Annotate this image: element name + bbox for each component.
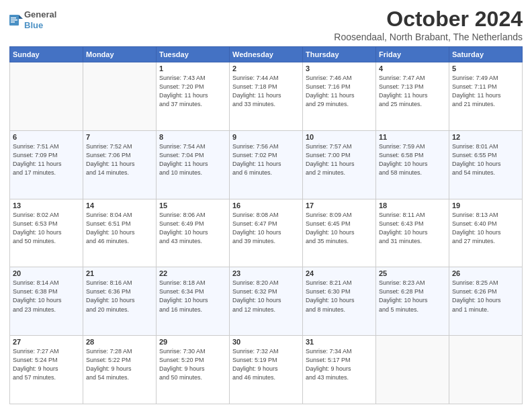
calendar-cell: 31Sunrise: 7:34 AM Sunset: 5:17 PM Dayli… — [303, 336, 376, 404]
day-number: 27 — [13, 338, 80, 346]
day-number: 13 — [13, 201, 80, 210]
calendar-header-row: SundayMondayTuesdayWednesdayThursdayFrid… — [10, 47, 523, 62]
svg-rect-4 — [11, 21, 15, 23]
week-row-3: 13Sunrise: 8:02 AM Sunset: 6:53 PM Dayli… — [10, 199, 523, 267]
calendar-cell: 20Sunrise: 8:14 AM Sunset: 6:38 PM Dayli… — [10, 267, 83, 336]
calendar-cell: 21Sunrise: 8:16 AM Sunset: 6:36 PM Dayli… — [83, 267, 157, 336]
page: General Blue October 2024 Roosendaal, No… — [0, 0, 532, 411]
day-header-saturday: Saturday — [449, 47, 523, 62]
day-number: 3 — [306, 64, 373, 73]
calendar-cell: 30Sunrise: 7:32 AM Sunset: 5:19 PM Dayli… — [230, 336, 303, 404]
day-info: Sunrise: 8:06 AM Sunset: 6:49 PM Dayligh… — [159, 211, 226, 246]
calendar-cell: 13Sunrise: 8:02 AM Sunset: 6:53 PM Dayli… — [10, 199, 83, 267]
calendar-cell: 11Sunrise: 7:59 AM Sunset: 6:58 PM Dayli… — [376, 130, 449, 199]
week-row-4: 20Sunrise: 8:14 AM Sunset: 6:38 PM Dayli… — [10, 267, 523, 336]
day-info: Sunrise: 7:46 AM Sunset: 7:16 PM Dayligh… — [306, 74, 373, 109]
logo-line2: Blue — [24, 20, 56, 31]
day-info: Sunrise: 7:49 AM Sunset: 7:11 PM Dayligh… — [452, 74, 519, 109]
calendar-cell: 16Sunrise: 8:08 AM Sunset: 6:47 PM Dayli… — [230, 199, 303, 267]
calendar-cell: 19Sunrise: 8:13 AM Sunset: 6:40 PM Dayli… — [449, 199, 523, 267]
day-header-sunday: Sunday — [10, 47, 83, 62]
day-number: 2 — [232, 64, 300, 73]
day-number: 5 — [452, 64, 519, 73]
calendar-cell: 28Sunrise: 7:28 AM Sunset: 5:22 PM Dayli… — [83, 336, 157, 404]
title-block: October 2024 Roosendaal, North Brabant, … — [334, 7, 523, 42]
day-number: 28 — [86, 338, 153, 346]
svg-rect-3 — [11, 19, 17, 21]
calendar-cell — [376, 336, 449, 404]
day-number: 21 — [86, 269, 153, 277]
day-info: Sunrise: 8:04 AM Sunset: 6:51 PM Dayligh… — [86, 211, 153, 246]
day-info: Sunrise: 7:27 AM Sunset: 5:24 PM Dayligh… — [13, 347, 80, 382]
day-number: 30 — [232, 338, 300, 346]
week-row-1: 1Sunrise: 7:43 AM Sunset: 7:20 PM Daylig… — [10, 62, 523, 131]
day-number: 15 — [159, 201, 226, 210]
day-info: Sunrise: 8:14 AM Sunset: 6:38 PM Dayligh… — [13, 279, 80, 314]
day-info: Sunrise: 7:32 AM Sunset: 5:19 PM Dayligh… — [232, 347, 300, 382]
day-info: Sunrise: 7:57 AM Sunset: 7:00 PM Dayligh… — [306, 142, 373, 177]
day-number: 22 — [159, 269, 226, 277]
day-header-wednesday: Wednesday — [230, 47, 303, 62]
calendar-cell — [449, 336, 523, 404]
day-header-monday: Monday — [83, 47, 157, 62]
day-number: 17 — [306, 201, 373, 210]
day-info: Sunrise: 7:47 AM Sunset: 7:13 PM Dayligh… — [379, 74, 446, 109]
day-number: 11 — [379, 133, 446, 141]
day-info: Sunrise: 7:51 AM Sunset: 7:09 PM Dayligh… — [13, 142, 80, 177]
logo-icon — [9, 12, 23, 28]
day-number: 9 — [232, 133, 300, 141]
day-number: 29 — [159, 338, 226, 346]
day-number: 25 — [379, 269, 446, 277]
day-info: Sunrise: 8:25 AM Sunset: 6:26 PM Dayligh… — [452, 279, 519, 314]
logo-line1: General — [24, 9, 56, 20]
day-info: Sunrise: 7:28 AM Sunset: 5:22 PM Dayligh… — [86, 347, 153, 382]
day-number: 24 — [306, 269, 373, 277]
calendar-cell: 1Sunrise: 7:43 AM Sunset: 7:20 PM Daylig… — [157, 62, 230, 131]
calendar-cell: 26Sunrise: 8:25 AM Sunset: 6:26 PM Dayli… — [449, 267, 523, 336]
calendar-cell: 4Sunrise: 7:47 AM Sunset: 7:13 PM Daylig… — [376, 62, 449, 131]
calendar-cell: 25Sunrise: 8:23 AM Sunset: 6:28 PM Dayli… — [376, 267, 449, 336]
day-number: 18 — [379, 201, 446, 210]
calendar-cell: 10Sunrise: 7:57 AM Sunset: 7:00 PM Dayli… — [303, 130, 376, 199]
calendar-cell: 5Sunrise: 7:49 AM Sunset: 7:11 PM Daylig… — [449, 62, 523, 131]
day-number: 6 — [13, 133, 80, 141]
day-info: Sunrise: 8:11 AM Sunset: 6:43 PM Dayligh… — [379, 211, 446, 246]
calendar-cell: 24Sunrise: 8:21 AM Sunset: 6:30 PM Dayli… — [303, 267, 376, 336]
day-number: 26 — [452, 269, 519, 277]
calendar-cell: 15Sunrise: 8:06 AM Sunset: 6:49 PM Dayli… — [157, 199, 230, 267]
day-info: Sunrise: 7:44 AM Sunset: 7:18 PM Dayligh… — [232, 74, 300, 109]
svg-marker-1 — [19, 15, 23, 19]
calendar-cell: 29Sunrise: 7:30 AM Sunset: 5:20 PM Dayli… — [157, 336, 230, 404]
day-info: Sunrise: 8:20 AM Sunset: 6:32 PM Dayligh… — [232, 279, 300, 314]
calendar-cell: 14Sunrise: 8:04 AM Sunset: 6:51 PM Dayli… — [83, 199, 157, 267]
day-info: Sunrise: 8:18 AM Sunset: 6:34 PM Dayligh… — [159, 279, 226, 314]
day-info: Sunrise: 7:56 AM Sunset: 7:02 PM Dayligh… — [232, 142, 300, 177]
day-header-thursday: Thursday — [303, 47, 376, 62]
day-info: Sunrise: 8:08 AM Sunset: 6:47 PM Dayligh… — [232, 211, 300, 246]
week-row-5: 27Sunrise: 7:27 AM Sunset: 5:24 PM Dayli… — [10, 336, 523, 404]
header: General Blue October 2024 Roosendaal, No… — [9, 7, 523, 42]
day-info: Sunrise: 8:09 AM Sunset: 6:45 PM Dayligh… — [306, 211, 373, 246]
day-info: Sunrise: 7:52 AM Sunset: 7:06 PM Dayligh… — [86, 142, 153, 177]
calendar-cell: 2Sunrise: 7:44 AM Sunset: 7:18 PM Daylig… — [230, 62, 303, 131]
day-number: 1 — [159, 64, 226, 73]
day-info: Sunrise: 7:54 AM Sunset: 7:04 PM Dayligh… — [159, 142, 226, 177]
calendar-cell: 9Sunrise: 7:56 AM Sunset: 7:02 PM Daylig… — [230, 130, 303, 199]
calendar-cell: 23Sunrise: 8:20 AM Sunset: 6:32 PM Dayli… — [230, 267, 303, 336]
day-number: 8 — [159, 133, 226, 141]
week-row-2: 6Sunrise: 7:51 AM Sunset: 7:09 PM Daylig… — [10, 130, 523, 199]
day-info: Sunrise: 8:23 AM Sunset: 6:28 PM Dayligh… — [379, 279, 446, 314]
calendar-cell: 18Sunrise: 8:11 AM Sunset: 6:43 PM Dayli… — [376, 199, 449, 267]
day-info: Sunrise: 8:21 AM Sunset: 6:30 PM Dayligh… — [306, 279, 373, 314]
day-number: 4 — [379, 64, 446, 73]
day-info: Sunrise: 8:01 AM Sunset: 6:55 PM Dayligh… — [452, 142, 519, 177]
calendar-cell: 3Sunrise: 7:46 AM Sunset: 7:16 PM Daylig… — [303, 62, 376, 131]
calendar-cell: 22Sunrise: 8:18 AM Sunset: 6:34 PM Dayli… — [157, 267, 230, 336]
day-info: Sunrise: 7:34 AM Sunset: 5:17 PM Dayligh… — [306, 347, 373, 382]
day-info: Sunrise: 7:43 AM Sunset: 7:20 PM Dayligh… — [159, 74, 226, 109]
day-number: 14 — [86, 201, 153, 210]
main-title: October 2024 — [334, 7, 523, 32]
calendar-cell: 6Sunrise: 7:51 AM Sunset: 7:09 PM Daylig… — [10, 130, 83, 199]
day-info: Sunrise: 8:13 AM Sunset: 6:40 PM Dayligh… — [452, 211, 519, 246]
day-number: 23 — [232, 269, 300, 277]
